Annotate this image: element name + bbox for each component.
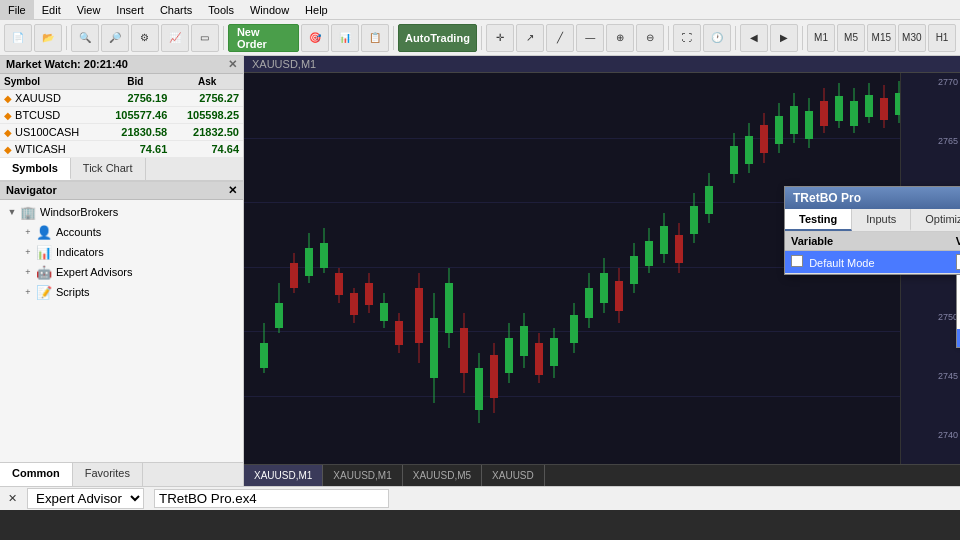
m1-btn[interactable]: M1 xyxy=(807,24,835,52)
tab-symbols[interactable]: Symbols xyxy=(0,158,71,180)
toolbar-icon1[interactable]: 🎯 xyxy=(301,24,329,52)
nav-item-windsorbrokers[interactable]: ▼🏢WindsorBrokers xyxy=(0,202,243,222)
svg-rect-43 xyxy=(585,288,593,318)
line-btn[interactable]: ╱ xyxy=(546,24,574,52)
m5-btn[interactable]: M5 xyxy=(837,24,865,52)
nav-item-accounts[interactable]: +👤Accounts xyxy=(0,222,243,242)
svg-rect-75 xyxy=(835,96,843,121)
menu-file[interactable]: File xyxy=(0,0,34,20)
svg-rect-65 xyxy=(760,125,768,153)
autotrading-btn[interactable]: AutoTrading xyxy=(398,24,478,52)
zoom-out-btn[interactable]: 🔎 xyxy=(101,24,129,52)
nav-label: Accounts xyxy=(56,226,101,238)
separator5 xyxy=(668,26,669,50)
tab-favorites[interactable]: Favorites xyxy=(73,463,143,486)
menu-help[interactable]: Help xyxy=(297,0,336,20)
menu-edit[interactable]: Edit xyxy=(34,0,69,20)
zoomin-chart-btn[interactable]: ⊕ xyxy=(606,24,634,52)
mw-bid: 105577.46 xyxy=(100,107,172,124)
arrow-btn[interactable]: ↗ xyxy=(516,24,544,52)
toolbar-icon3[interactable]: 📋 xyxy=(361,24,389,52)
m30-btn[interactable]: M30 xyxy=(898,24,926,52)
menu-tools[interactable]: Tools xyxy=(200,0,242,20)
nav-tree: ▼🏢WindsorBrokers+👤Accounts+📊Indicators+🤖… xyxy=(0,200,243,462)
m15-btn[interactable]: M15 xyxy=(867,24,895,52)
separator3 xyxy=(393,26,394,50)
nav-right-btn[interactable]: ▶ xyxy=(770,24,798,52)
h1-btn[interactable]: H1 xyxy=(928,24,956,52)
separator7 xyxy=(802,26,803,50)
expand-btn[interactable]: ⛶ xyxy=(673,24,701,52)
zoomout-chart-btn[interactable]: ⊖ xyxy=(636,24,664,52)
hline-btn[interactable]: — xyxy=(576,24,604,52)
ea-type-select[interactable]: Expert Advisor xyxy=(27,488,144,509)
new-order-btn[interactable]: New Order xyxy=(228,24,299,52)
market-watch-close[interactable]: ✕ xyxy=(228,58,237,71)
zoom-in-btn[interactable]: 🔍 xyxy=(71,24,99,52)
chart-area[interactable]: XAUUSD,M1 xyxy=(244,56,960,486)
market-watch-row[interactable]: ◆ BTCUSD 105577.46 105598.25 xyxy=(0,107,243,124)
market-watch-row[interactable]: ◆ US100CASH 21830.58 21832.50 xyxy=(0,124,243,141)
new-chart-btn[interactable]: 📄 xyxy=(4,24,32,52)
modal-row-0[interactable]: Default Mode Invincibility Mo ▼ xyxy=(785,251,960,274)
modal-tab-optimization[interactable]: Optimization xyxy=(911,209,960,231)
svg-rect-73 xyxy=(820,101,828,126)
nav-item-scripts[interactable]: +📝Scripts xyxy=(0,282,243,302)
ea-name-input[interactable] xyxy=(154,489,389,508)
menu-bar: File Edit View Insert Charts Tools Windo… xyxy=(0,0,960,20)
nav-item-indicators[interactable]: +📊Indicators xyxy=(0,242,243,262)
separator4 xyxy=(481,26,482,50)
menu-view[interactable]: View xyxy=(69,0,109,20)
tab-common[interactable]: Common xyxy=(0,463,73,486)
svg-rect-47 xyxy=(615,281,623,311)
navigator-close[interactable]: ✕ xyxy=(228,184,237,197)
market-watch-tab-row: Symbols Tick Chart xyxy=(0,158,243,181)
dropdown-select[interactable]: Invincibility Mo ▼ xyxy=(956,254,960,270)
tab-tick-chart[interactable]: Tick Chart xyxy=(71,158,146,180)
mw-bid: 21830.58 xyxy=(100,124,172,141)
menu-insert[interactable]: Insert xyxy=(108,0,152,20)
expander-icon: + xyxy=(20,244,36,260)
svg-rect-55 xyxy=(675,235,683,263)
nav-item-expert-advisors[interactable]: +🤖Expert Advisors xyxy=(0,262,243,282)
crosshair-btn[interactable]: ✛ xyxy=(486,24,514,52)
svg-rect-41 xyxy=(570,315,578,343)
modal-tab-testing[interactable]: Testing xyxy=(785,209,852,231)
mw-ask: 21832.50 xyxy=(171,124,243,141)
toolbar-icon2[interactable]: 📊 xyxy=(331,24,359,52)
indicators-btn[interactable]: 📈 xyxy=(161,24,189,52)
menu-charts[interactable]: Charts xyxy=(152,0,200,20)
market-watch-row[interactable]: ◆ XAUUSD 2756.19 2756.27 xyxy=(0,90,243,107)
nav-left-btn[interactable]: ◀ xyxy=(740,24,768,52)
open-btn[interactable]: 📂 xyxy=(34,24,62,52)
chart-canvas[interactable]: 2770 2765 2760 2755 2750 2745 2740 2735 … xyxy=(244,73,960,486)
svg-rect-57 xyxy=(690,206,698,234)
chart-tab-xauusd-m1-2[interactable]: XAUUSD,M1 xyxy=(323,465,402,486)
col-bid: Bid xyxy=(100,74,172,90)
chart-tab-xauusd-m1[interactable]: XAUUSD,M1 xyxy=(244,465,323,486)
expander-icon: + xyxy=(20,224,36,240)
svg-rect-23 xyxy=(430,318,438,378)
chart-tab-xauusd[interactable]: XAUUSD xyxy=(482,465,545,486)
mw-ask: 74.64 xyxy=(171,141,243,158)
close-status-icon[interactable]: ✕ xyxy=(8,492,17,505)
nav-icon: 📊 xyxy=(36,245,52,260)
mw-bid: 74.61 xyxy=(100,141,172,158)
modal-title-bar[interactable]: TRetBO Pro ✕ xyxy=(785,187,960,209)
objects-btn[interactable]: ▭ xyxy=(191,24,219,52)
menu-window[interactable]: Window xyxy=(242,0,297,20)
svg-rect-7 xyxy=(305,248,313,276)
modal-checkbox[interactable] xyxy=(791,255,803,267)
svg-rect-21 xyxy=(415,288,423,343)
modal-tab-inputs[interactable]: Inputs xyxy=(852,209,911,231)
status-bar: ✕ Expert Advisor xyxy=(0,486,960,510)
svg-rect-15 xyxy=(365,283,373,305)
separator xyxy=(66,26,67,50)
nav-icon: 📝 xyxy=(36,285,52,300)
modal-cell-value[interactable]: Invincibility Mo ▼ Risk Mode Low Risk Mo… xyxy=(950,251,960,274)
modal-col-variable: Variable xyxy=(785,232,950,251)
chart-tab-xauusd-m5[interactable]: XAUUSD,M5 xyxy=(403,465,482,486)
market-watch-row[interactable]: ◆ WTICASH 74.61 74.64 xyxy=(0,141,243,158)
properties-btn[interactable]: ⚙ xyxy=(131,24,159,52)
period-btn[interactable]: 🕐 xyxy=(703,24,731,52)
